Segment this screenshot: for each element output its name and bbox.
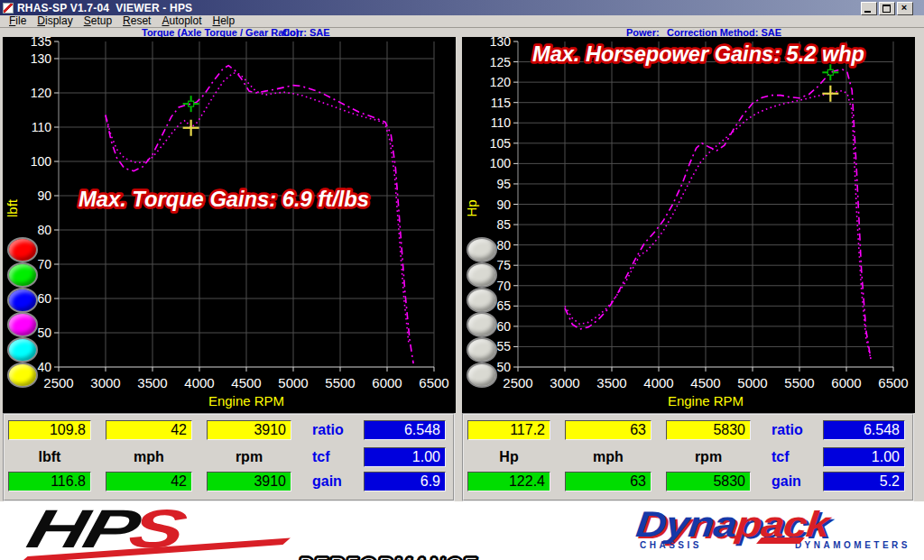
dynapack-red-dash (756, 537, 805, 544)
svg-text:110: 110 (491, 115, 512, 130)
svg-text:4500: 4500 (231, 375, 261, 390)
svg-text:6500: 6500 (419, 375, 448, 390)
unit-label-hp: Hp (467, 447, 550, 465)
dynamometers-label: DYNAMOMETERS (795, 540, 910, 550)
svg-text:Engine RPM: Engine RPM (668, 393, 744, 409)
svg-text:100: 100 (490, 156, 512, 170)
tcf-value: 1.00 (364, 447, 446, 467)
ratio-label: ratio (312, 420, 361, 440)
close-icon: × (898, 2, 910, 14)
svg-text:3000: 3000 (550, 375, 579, 390)
menu-item-autoplot[interactable]: Autoplot (162, 15, 201, 27)
power-trace-button-3[interactable] (467, 288, 497, 313)
torque-readout-table: 109.8 42 3910 lbft mph rpm 116.8 42 3910… (3, 413, 455, 501)
chassis-label: CHASSIS (640, 540, 702, 550)
svg-text:Engine RPM: Engine RPM (208, 393, 284, 409)
minimize-button[interactable] (861, 2, 877, 15)
torque-plot: 1351301201101009080706050402500300035004… (3, 37, 456, 413)
svg-text:3500: 3500 (596, 375, 626, 390)
svg-text:6000: 6000 (372, 375, 402, 390)
dynapack-wordmark: Dynapack (634, 507, 924, 541)
modified-torque-value: 116.8 (8, 472, 91, 491)
svg-text:110: 110 (32, 120, 52, 134)
svg-text:5500: 5500 (784, 375, 814, 390)
svg-text:4000: 4000 (643, 375, 673, 390)
restore-icon (882, 5, 891, 13)
svg-text:55: 55 (496, 339, 511, 353)
power-trace-button-5[interactable] (467, 337, 497, 363)
svg-text:3500: 3500 (137, 375, 167, 390)
torque-trace-button-4[interactable] (7, 312, 38, 337)
power-readout-table: 117.2 63 5830 Hp mph rpm 122.4 63 5830 r… (462, 413, 914, 501)
torque-trace-button-3[interactable] (7, 288, 38, 313)
power-chart-panel: 1301251201151101051009590858075706560555… (462, 37, 915, 413)
svg-text:120: 120 (490, 75, 512, 89)
modified-rpm-value: 3910 (207, 472, 291, 491)
stock-hp-value: 117.2 (467, 420, 550, 440)
tcf-value: 1.00 (823, 447, 905, 467)
modified-hp-value: 122.4 (467, 472, 550, 491)
menu-item-help[interactable]: Help (213, 15, 236, 27)
ratio-label: ratio (772, 420, 820, 440)
tcf-label: tcf (312, 447, 361, 467)
torque-trace-button-5[interactable] (7, 337, 38, 363)
svg-text:115: 115 (491, 96, 512, 110)
svg-text:lbft: lbft (5, 198, 20, 217)
modified-rpm-value: 5830 (666, 472, 751, 491)
title-bar: RHAS-SP V1.7-04 VIEWER - HPS × (0, 0, 924, 15)
svg-text:105: 105 (490, 136, 512, 151)
close-button[interactable]: × (897, 2, 913, 15)
menu-item-file[interactable]: File (9, 15, 26, 27)
stock-rpm-value: 3910 (207, 420, 291, 440)
torque-trace-button-1[interactable] (7, 237, 38, 262)
power-trace-button-2[interactable] (467, 262, 497, 288)
menu-item-display[interactable]: Display (37, 15, 72, 27)
restore-button[interactable] (879, 2, 895, 15)
svg-text:6000: 6000 (831, 375, 861, 390)
torque-trace-button-2[interactable] (7, 262, 38, 288)
stock-torque-value: 109.8 (8, 420, 91, 440)
svg-text:70: 70 (37, 257, 51, 271)
unit-label-rpm: rpm (666, 447, 751, 465)
power-trace-button-6[interactable] (467, 363, 497, 388)
svg-text:Hp: Hp (464, 199, 479, 216)
stock-rpm-value: 5830 (666, 420, 751, 440)
svg-text:130: 130 (490, 37, 512, 49)
svg-text:2500: 2500 (43, 375, 73, 390)
footer: HPS PERFORMANCE PRODUCTS Dynapack CHASSI… (0, 501, 924, 560)
svg-text:125: 125 (490, 55, 512, 69)
svg-text:135: 135 (31, 37, 52, 49)
svg-text:60: 60 (496, 319, 511, 334)
chart-header-strip: Torque (Axle Torque / Gear Ratio): Corr:… (0, 28, 924, 37)
window-title: RHAS-SP V1.7-04 VIEWER - HPS (17, 2, 192, 14)
hps-tagline: PERFORMANCE PRODUCTS (298, 504, 477, 560)
max-gains-annotation: Max. Horsepower Gains: 5.2 whp (532, 41, 864, 66)
gain-label: gain (312, 472, 361, 491)
svg-text:5500: 5500 (325, 375, 355, 390)
unit-label-rpm: rpm (207, 447, 291, 465)
power-plot: 1301251201151101051009590858075706560555… (462, 37, 915, 413)
stock-speed-value: 42 (106, 420, 192, 440)
app-window: RHAS-SP V1.7-04 VIEWER - HPS × File Disp… (0, 0, 924, 560)
hps-tagline-line1: PERFORMANCE (298, 553, 477, 560)
svg-text:65: 65 (496, 298, 511, 313)
torque-trace-button-6[interactable] (7, 363, 38, 388)
app-icon (3, 3, 14, 14)
dynapack-logo: Dynapack CHASSIS DYNAMOMETERS (636, 507, 918, 550)
svg-text:3000: 3000 (90, 375, 120, 390)
svg-text:80: 80 (496, 238, 511, 252)
power-trace-button-1[interactable] (467, 237, 497, 262)
svg-text:60: 60 (37, 291, 51, 306)
svg-text:4000: 4000 (184, 375, 214, 390)
svg-text:2500: 2500 (503, 375, 532, 390)
svg-text:95: 95 (496, 177, 511, 191)
ratio-value: 6.548 (823, 420, 905, 440)
stock-gain-point-marker (822, 86, 838, 102)
svg-text:70: 70 (496, 279, 511, 293)
menu-item-reset[interactable]: Reset (123, 15, 151, 27)
gain-value: 5.2 (823, 472, 905, 491)
power-trace-button-4[interactable] (467, 312, 497, 337)
svg-text:80: 80 (37, 223, 51, 237)
torque-chart-panel: 1351301201101009080706050402500300035004… (3, 37, 456, 413)
menu-item-setup[interactable]: Setup (84, 15, 112, 27)
